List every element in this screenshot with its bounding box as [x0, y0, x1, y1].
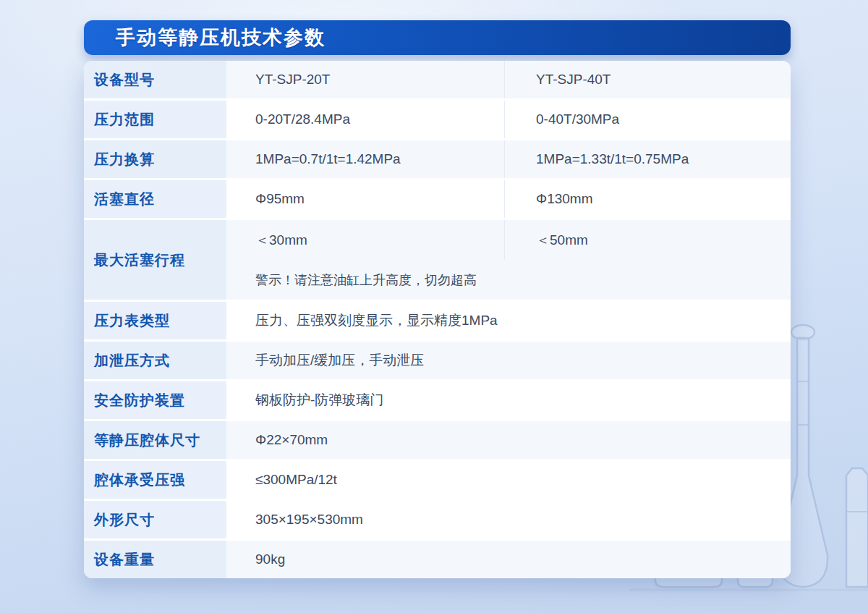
table-row: 压力换算 1MPa=0.7t/1t=1.42MPa 1MPa=1.33t/1t=… [84, 140, 791, 178]
row-value-pressure-range-20t: 0-20T/28.4MPa [226, 101, 504, 138]
row-values: ＜30mm ＜50mm [226, 220, 791, 260]
row-label: 压力表类型 [84, 302, 226, 339]
row-value-conversion-40t: 1MPa=1.33t/1t=0.75MPa [504, 140, 791, 178]
table-row: 腔体承受压强 ≤300MPa/12t [84, 461, 791, 499]
spec-card: 手动等静压机技术参数 设备型号 YT-SJP-20T YT-SJP-40T 压力… [84, 20, 791, 578]
row-value-stroke-40t: ＜50mm [504, 220, 791, 260]
row-value-model-20t: YT-SJP-20T [226, 61, 504, 98]
row-value-weight: 90kg [226, 541, 791, 578]
table-row: 设备型号 YT-SJP-20T YT-SJP-40T [84, 61, 791, 98]
bottle-icon [846, 468, 868, 587]
row-label: 压力范围 [84, 101, 226, 138]
row-label: 设备型号 [84, 61, 226, 98]
table-row: 加泄压方式 手动加压/缓加压，手动泄压 [84, 342, 791, 379]
row-value-conversion-20t: 1MPa=0.7t/1t=1.42MPa [226, 140, 504, 178]
row-value-gauge-type: 压力、压强双刻度显示，显示精度1MPa [226, 302, 791, 339]
table-row: 外形尺寸 305×195×530mm [84, 501, 791, 538]
row-value-piston-diameter-20t: Φ95mm [226, 180, 504, 218]
table-row: 等静压腔体尺寸 Φ22×70mm [84, 421, 791, 459]
row-value-model-40t: YT-SJP-40T [504, 61, 791, 98]
row-value-chamber-size: Φ22×70mm [226, 421, 791, 459]
row-label: 等静压腔体尺寸 [84, 421, 226, 459]
row-value-stroke-20t: ＜30mm [226, 220, 504, 260]
table-row: 设备重量 90kg [84, 541, 791, 578]
title-bar: 手动等静压机技术参数 [84, 20, 791, 55]
row-label: 活塞直径 [84, 180, 226, 218]
warning-note: 警示！请注意油缸上升高度，切勿超高 [226, 260, 791, 300]
row-value-overall-dimensions: 305×195×530mm [226, 501, 791, 538]
row-content: ＜30mm ＜50mm 警示！请注意油缸上升高度，切勿超高 [226, 220, 791, 300]
row-label: 安全防护装置 [84, 381, 226, 419]
row-value-piston-diameter-40t: Φ130mm [504, 180, 791, 218]
row-label: 外形尺寸 [84, 501, 226, 538]
row-label: 加泄压方式 [84, 342, 226, 379]
table-row: 压力表类型 压力、压强双刻度显示，显示精度1MPa [84, 302, 791, 339]
row-value-pressurize-method: 手动加压/缓加压，手动泄压 [226, 342, 791, 379]
row-value-pressure-range-40t: 0-40T/30MPa [504, 101, 791, 138]
row-label: 压力换算 [84, 140, 226, 178]
row-label: 腔体承受压强 [84, 461, 226, 499]
row-label: 最大活塞行程 [84, 220, 226, 300]
row-value-chamber-pressure: ≤300MPa/12t [226, 461, 791, 499]
table-row: 压力范围 0-20T/28.4MPa 0-40T/30MPa [84, 101, 791, 138]
table-row: 安全防护装置 钢板防护-防弹玻璃门 [84, 381, 791, 419]
row-value-safety-device: 钢板防护-防弹玻璃门 [226, 381, 791, 419]
table-row: 最大活塞行程 ＜30mm ＜50mm 警示！请注意油缸上升高度，切勿超高 [84, 220, 791, 300]
page-title: 手动等静压机技术参数 [84, 25, 326, 51]
spec-table: 设备型号 YT-SJP-20T YT-SJP-40T 压力范围 0-20T/28… [84, 61, 791, 578]
table-row: 活塞直径 Φ95mm Φ130mm [84, 180, 791, 218]
row-label: 设备重量 [84, 541, 226, 578]
